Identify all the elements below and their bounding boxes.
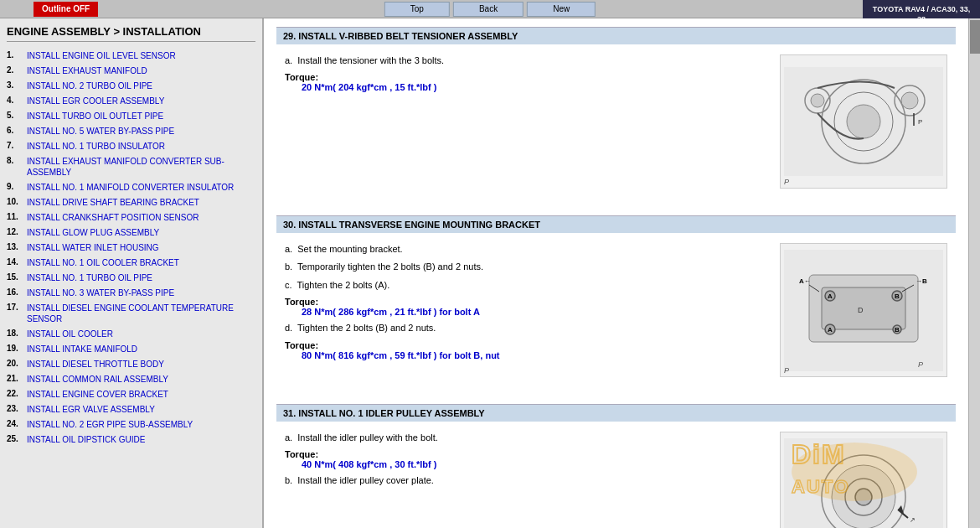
svg-text:→B: →B	[916, 277, 927, 285]
sidebar-item-text-14[interactable]: INSTALL NO. 1 OIL COOLER BRACKET	[27, 257, 179, 268]
svg-text:↗: ↗	[910, 516, 916, 524]
sidebar-item-num-23: 23.	[7, 404, 23, 413]
sidebar-item-text-25[interactable]: INSTALL OIL DIPSTICK GUIDE	[27, 434, 145, 445]
sidebar-item-text-4[interactable]: INSTALL EGR COOLER ASSEMBLY	[27, 96, 164, 106]
sidebar-item-24: 24.INSTALL NO. 2 EGR PIPE SUB-ASSEMBLY	[7, 419, 255, 430]
sidebar-item-text-20[interactable]: INSTALL DIESEL THROTTLE BODY	[27, 359, 164, 370]
sidebar-item-5: 5.INSTALL TURBO OIL OUTLET PIPE	[7, 111, 255, 122]
sidebar-item-num-22: 22.	[7, 389, 23, 398]
sidebar-item-22: 22.INSTALL ENGINE COVER BRACKET	[7, 389, 255, 400]
sidebar-item-text-6[interactable]: INSTALL NO. 5 WATER BY-PASS PIPE	[27, 126, 174, 137]
sidebar-item-num-12: 12.	[7, 227, 23, 236]
sidebar-item-text-17[interactable]: INSTALL DIESEL ENGINE COOLANT TEMPERATUR…	[27, 303, 255, 324]
sidebar-item-num-5: 5.	[7, 111, 23, 120]
sidebar-item-text-19[interactable]: INSTALL INTAKE MANIFOLD	[27, 344, 137, 355]
sidebar-item-text-24[interactable]: INSTALL NO. 2 EGR PIPE SUB-ASSEMBLY	[27, 419, 193, 430]
sidebar-item-text-18[interactable]: INSTALL OIL COOLER	[27, 329, 113, 339]
sidebar-item-num-19: 19.	[7, 344, 23, 353]
scrollbar-track[interactable]	[968, 18, 980, 528]
sidebar-item-text-8[interactable]: INSTALL EXHAUST MANIFOLD CONVERTER SUB-A…	[27, 156, 255, 178]
sidebar-item-text-22[interactable]: INSTALL ENGINE COVER BRACKET	[27, 389, 168, 400]
svg-point-31	[855, 489, 872, 505]
sidebar-list: 1.INSTALL ENGINE OIL LEVEL SENSOR2.INSTA…	[7, 50, 255, 445]
sidebar-item-12: 12.INSTALL GLOW PLUG ASSEMBLY	[7, 227, 255, 238]
sidebar-item-text-21[interactable]: INSTALL COMMON RAIL ASSEMBLY	[27, 374, 168, 385]
sidebar-item-9: 9.INSTALL NO. 1 MANIFOLD CONVERTER INSUL…	[7, 182, 255, 193]
torque-30d-label: Torque:	[285, 340, 767, 350]
torque-31a-label: Torque:	[285, 449, 767, 459]
outline-off-button[interactable]: Outline OFF	[34, 2, 98, 17]
sidebar-item-num-13: 13.	[7, 242, 23, 251]
step-30-row: a. Set the mounting bracket. b. Temporar…	[285, 243, 947, 377]
diagram-30-label: P	[784, 366, 789, 375]
step-30c: c. Tighten the 2 bolts (A).	[285, 279, 767, 292]
sidebar-item-text-1[interactable]: INSTALL ENGINE OIL LEVEL SENSOR	[27, 50, 176, 61]
sidebar-item-17: 17.INSTALL DIESEL ENGINE COOLANT TEMPERA…	[7, 303, 255, 324]
sidebar-item-text-16[interactable]: INSTALL NO. 3 WATER BY-PASS PIPE	[27, 287, 174, 298]
svg-text:P: P	[918, 360, 923, 369]
diagram-30: A A← B →B A B D P	[780, 243, 947, 377]
svg-text:A: A	[828, 326, 833, 334]
sidebar-title: ENGINE ASSEMBLY > INSTALLATION	[7, 25, 255, 42]
scrollbar-thumb[interactable]	[970, 20, 980, 54]
torque-30c-value: 28 N*m( 286 kgf*cm , 21 ft.*lbf ) for bo…	[302, 307, 767, 317]
sidebar-item-20: 20.INSTALL DIESEL THROTTLE BODY	[7, 359, 255, 370]
step-29a-row: a. Install the tensioner with the 3 bolt…	[285, 54, 947, 189]
nav-new-button[interactable]: New	[527, 2, 596, 17]
top-toolbar: Outline OFF Top Back New TOYOTA RAV4 / A…	[0, 0, 980, 18]
sidebar-item-text-3[interactable]: INSTALL NO. 2 TURBO OIL PIPE	[27, 80, 152, 91]
sidebar-item-4: 4.INSTALL EGR COOLER ASSEMBLY	[7, 96, 255, 106]
section-31-content: a. Install the idler pulley with the bol…	[276, 428, 956, 528]
sidebar-item-num-8: 8.	[7, 156, 23, 165]
sidebar-item-num-21: 21.	[7, 374, 23, 383]
sidebar-item-2: 2.INSTALL EXHAUST MANIFOLD	[7, 65, 255, 76]
sidebar-item-num-1: 1.	[7, 50, 23, 60]
step-31-row: a. Install the idler pulley with the bol…	[285, 432, 947, 528]
section-29-content: a. Install the tensioner with the 3 bolt…	[276, 51, 956, 205]
torque-30c-label: Torque:	[285, 297, 767, 307]
sidebar-item-10: 10.INSTALL DRIVE SHAFT BEARING BRACKET	[7, 197, 255, 208]
sidebar-item-text-7[interactable]: INSTALL NO. 1 TURBO INSULATOR	[27, 141, 165, 152]
diagram-29-label: P	[784, 178, 789, 186]
sidebar-item-text-13[interactable]: INSTALL WATER INLET HOUSING	[27, 242, 159, 253]
svg-text:B: B	[895, 292, 900, 300]
section-header-30: 30. INSTALL TRANSVERSE ENGINE MOUNTING B…	[276, 215, 956, 233]
step-31a: a. Install the idler pulley with the bol…	[285, 432, 767, 444]
sidebar-item-text-9[interactable]: INSTALL NO. 1 MANIFOLD CONVERTER INSULAT…	[27, 182, 234, 193]
sidebar-item-num-7: 7.	[7, 141, 23, 150]
sidebar-item-num-17: 17.	[7, 303, 23, 312]
nav-back-button[interactable]: Back	[453, 2, 524, 17]
sidebar-item-1: 1.INSTALL ENGINE OIL LEVEL SENSOR	[7, 50, 255, 61]
content-area[interactable]: 29. INSTALL V-RIBBED BELT TENSIONER ASSE…	[264, 18, 968, 528]
step-29a-label: a. Install the tensioner with the 3 bolt…	[285, 55, 444, 65]
sidebar-item-18: 18.INSTALL OIL COOLER	[7, 329, 255, 339]
sidebar-item-num-11: 11.	[7, 212, 23, 221]
torque-29a-value: 20 N*m( 204 kgf*cm , 15 ft.*lbf )	[302, 82, 767, 92]
sidebar-item-text-12[interactable]: INSTALL GLOW PLUG ASSEMBLY	[27, 227, 159, 238]
sidebar-item-text-5[interactable]: INSTALL TURBO OIL OUTLET PIPE	[27, 111, 163, 122]
sidebar-item-8: 8.INSTALL EXHAUST MANIFOLD CONVERTER SUB…	[7, 156, 255, 178]
main-layout: ENGINE ASSEMBLY > INSTALLATION 1.INSTALL…	[0, 18, 980, 528]
sidebar-item-19: 19.INSTALL INTAKE MANIFOLD	[7, 344, 255, 355]
sidebar-item-text-23[interactable]: INSTALL EGR VALVE ASSEMBLY	[27, 404, 155, 415]
sidebar-item-text-2[interactable]: INSTALL EXHAUST MANIFOLD	[27, 65, 147, 76]
sidebar-item-num-2: 2.	[7, 65, 23, 75]
diagram-29: P P	[780, 54, 947, 189]
nav-top-button[interactable]: Top	[384, 2, 450, 17]
sidebar-item-text-10[interactable]: INSTALL DRIVE SHAFT BEARING BRACKET	[27, 197, 199, 208]
sidebar-item-num-3: 3.	[7, 80, 23, 90]
step-30-text: a. Set the mounting bracket. b. Temporar…	[285, 243, 767, 377]
sidebar-item-text-15[interactable]: INSTALL NO. 1 TURBO OIL PIPE	[27, 272, 152, 283]
sidebar-item-15: 15.INSTALL NO. 1 TURBO OIL PIPE	[7, 272, 255, 283]
sidebar-item-num-18: 18.	[7, 329, 23, 338]
step-30a: a. Set the mounting bracket.	[285, 243, 767, 256]
sidebar-item-13: 13.INSTALL WATER INLET HOUSING	[7, 242, 255, 253]
svg-text:A←: A←	[799, 277, 811, 285]
sidebar-item-text-11[interactable]: INSTALL CRANKSHAFT POSITION SENSOR	[27, 212, 199, 223]
sidebar-item-num-15: 15.	[7, 272, 23, 282]
sidebar-item-num-16: 16.	[7, 287, 23, 297]
sidebar-item-14: 14.INSTALL NO. 1 OIL COOLER BRACKET	[7, 257, 255, 268]
sidebar-item-7: 7.INSTALL NO. 1 TURBO INSULATOR	[7, 141, 255, 152]
sidebar-item-num-4: 4.	[7, 96, 23, 105]
sidebar-item-num-24: 24.	[7, 419, 23, 428]
